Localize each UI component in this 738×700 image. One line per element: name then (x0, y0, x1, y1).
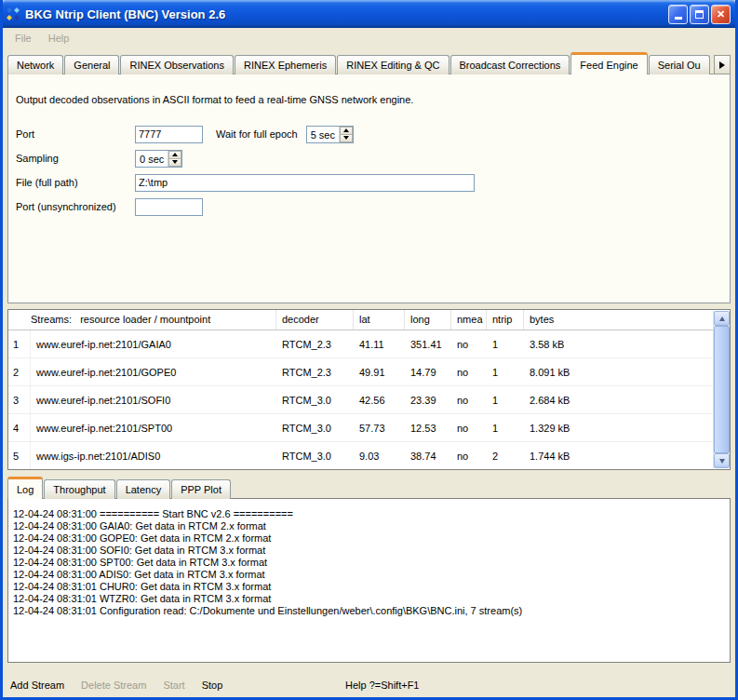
log-line: 12-04-24 08:31:01 WTZR0: Get data in RTC… (13, 593, 726, 605)
row-number: 4 (8, 414, 31, 441)
file-path-label: File (full path) (16, 177, 135, 188)
maximize-button[interactable] (690, 5, 709, 24)
cell-ntrip: 1 (487, 330, 524, 357)
scroll-down-button[interactable] (714, 453, 730, 468)
tab-scroll-right-button[interactable] (714, 55, 731, 74)
cell-ntrip: 1 (487, 358, 524, 385)
main-tabbar: NetworkGeneralRINEX ObservationsRINEX Ep… (7, 51, 731, 74)
cell-lat: 57.73 (354, 414, 405, 441)
cell-lat: 42.56 (354, 386, 405, 413)
column-header-ntrip[interactable]: ntrip (487, 310, 524, 330)
tab[interactable]: Log (7, 477, 43, 499)
streams-table: Streams: resource loader / mountpoint de… (7, 309, 731, 470)
cell-long: 14.79 (405, 358, 451, 385)
file-path-input[interactable] (135, 174, 475, 192)
tab[interactable]: PPP Plot (171, 479, 231, 499)
log-line: 12-04-24 08:31:00 ========== Start BNC v… (13, 508, 726, 520)
column-header-decoder[interactable]: decoder (276, 310, 354, 330)
cell-nmea: no (451, 358, 487, 385)
cell-nmea: no (451, 386, 487, 413)
action-button[interactable]: Start (161, 678, 186, 693)
port-unsync-input[interactable] (135, 198, 203, 216)
tab[interactable]: Network (7, 55, 63, 74)
close-icon: ✕ (717, 8, 725, 20)
wait-epoch-label: Wait for full epoch (216, 128, 298, 140)
cell-bytes: 8.091 kB (524, 358, 714, 385)
log-pane[interactable]: 12-04-24 08:31:00 ========== Start BNC v… (7, 498, 731, 663)
tab[interactable]: General (64, 55, 119, 74)
cell-lat: 49.91 (354, 358, 405, 385)
stream-row[interactable]: 5 www.igs-ip.net:2101/ADIS0 RTCM_3.0 9.0… (8, 442, 714, 470)
sampling-spin-buttons (168, 151, 181, 167)
action-button[interactable]: Delete Stream (79, 678, 148, 693)
action-button[interactable]: Add Stream (8, 678, 66, 693)
log-line: 12-04-24 08:31:01 CHUR0: Get data in RTC… (13, 581, 726, 593)
feed-engine-description: Output decoded observations in ASCII for… (16, 94, 413, 105)
cell-mountpoint: www.euref-ip.net:2101/SOFI0 (31, 386, 276, 413)
tab[interactable]: Feed Engine (570, 52, 647, 74)
cell-mountpoint: www.euref-ip.net:2101/GAIA0 (31, 330, 276, 357)
cell-bytes: 1.744 kB (524, 442, 714, 469)
arrow-up-icon (719, 316, 725, 321)
minimize-button[interactable] (668, 5, 688, 24)
wait-epoch-spinbox[interactable]: 5 sec (306, 126, 354, 143)
sampling-spinbox[interactable]: 0 sec (135, 150, 182, 168)
window-controls: ✕ (668, 5, 731, 24)
arrow-up-icon (172, 153, 178, 156)
tab[interactable]: Throughput (44, 479, 114, 499)
cell-mountpoint: www.euref-ip.net:2101/GOPE0 (31, 358, 276, 385)
spin-down-button[interactable] (340, 134, 353, 142)
port-input[interactable] (135, 126, 203, 143)
sampling-value: 0 sec (136, 151, 168, 167)
menu-item-help[interactable]: Help (40, 31, 78, 46)
spin-up-button[interactable] (340, 127, 353, 134)
spin-down-button[interactable] (168, 158, 181, 167)
scrollbar-thumb[interactable] (714, 326, 730, 453)
cell-nmea: no (451, 330, 487, 357)
tab[interactable]: RINEX Observations (120, 55, 233, 74)
column-header-mountpoint[interactable]: Streams: resource loader / mountpoint (31, 310, 276, 330)
log-line: 12-04-24 08:31:00 GAIA0: Get data in RTC… (13, 520, 726, 532)
spin-up-button[interactable] (168, 151, 181, 158)
stream-row[interactable]: 3 www.euref-ip.net:2101/SOFI0 RTCM_3.0 4… (8, 386, 714, 414)
scroll-up-button[interactable] (714, 311, 730, 326)
streams-scrollbar[interactable] (713, 311, 729, 468)
column-header-lat[interactable]: lat (354, 310, 405, 330)
stream-row[interactable]: 4 www.euref-ip.net:2101/SPT00 RTCM_3.0 5… (8, 414, 714, 442)
log-line: 12-04-24 08:31:00 ADIS0: Get data in RTC… (13, 569, 726, 581)
cell-mountpoint: www.euref-ip.net:2101/SPT00 (31, 414, 276, 441)
stream-row[interactable]: 1 www.euref-ip.net:2101/GAIA0 RTCM_2.3 4… (8, 330, 714, 358)
cell-nmea: no (451, 414, 487, 441)
tab[interactable]: RINEX Ephemeris (235, 55, 336, 74)
table-corner-cell (8, 310, 31, 330)
cell-bytes: 3.58 kB (524, 330, 714, 357)
streams-table-header: Streams: resource loader / mountpoint de… (8, 310, 714, 330)
column-header-nmea[interactable]: nmea (451, 310, 487, 330)
cell-decoder: RTCM_3.0 (276, 442, 354, 469)
wait-epoch-spin-buttons (339, 127, 353, 142)
arrow-down-icon (343, 136, 349, 140)
action-button[interactable]: Stop (200, 678, 225, 693)
cell-lat: 41.11 (354, 330, 405, 357)
row-number: 3 (8, 386, 31, 413)
menu-item-file[interactable]: File (7, 31, 40, 46)
tab[interactable]: Serial Ou (649, 55, 710, 74)
cell-ntrip: 1 (487, 414, 524, 441)
column-header-bytes[interactable]: bytes (524, 310, 714, 330)
cell-bytes: 2.684 kB (524, 386, 714, 413)
menubar: File Help (3, 28, 735, 48)
log-line: 12-04-24 08:31:01 Configuration read: C:… (13, 605, 726, 617)
column-header-long[interactable]: long (405, 310, 451, 330)
cell-long: 351.41 (405, 330, 451, 357)
tab[interactable]: RINEX Editing & QC (337, 55, 449, 74)
cell-long: 12.53 (405, 414, 451, 441)
cell-long: 23.39 (405, 386, 451, 413)
help-button[interactable]: Help ?=Shift+F1 (345, 680, 420, 691)
titlebar[interactable]: BKG Ntrip Client (BNC) Version 2.6 ✕ (0, 0, 738, 28)
close-button[interactable]: ✕ (711, 5, 731, 24)
minimize-icon (675, 17, 682, 20)
tab[interactable]: Broadcast Corrections (450, 55, 570, 74)
tab[interactable]: Latency (116, 479, 171, 499)
cell-ntrip: 2 (487, 442, 524, 469)
stream-row[interactable]: 2 www.euref-ip.net:2101/GOPE0 RTCM_2.3 4… (8, 358, 714, 386)
